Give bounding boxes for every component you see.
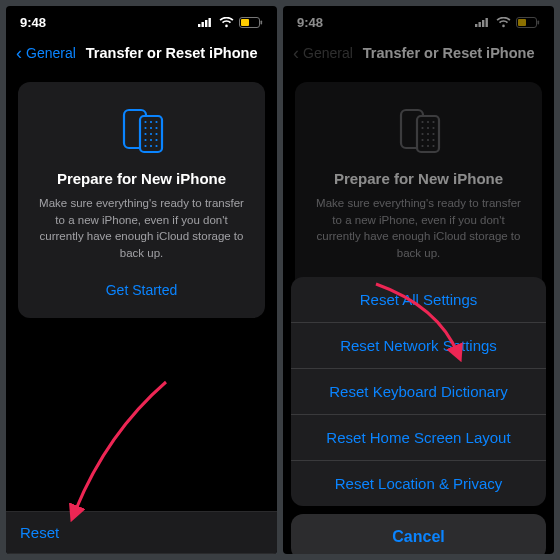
status-indicators xyxy=(198,17,263,28)
reset-keyboard-dictionary-button[interactable]: Reset Keyboard Dictionary xyxy=(291,369,546,415)
phones-icon xyxy=(311,104,526,154)
status-bar: 9:48 xyxy=(6,6,277,38)
svg-rect-3 xyxy=(209,18,211,27)
status-bar: 9:48 xyxy=(283,6,554,38)
svg-point-44 xyxy=(432,139,434,141)
card-body: Make sure everything's ready to transfer… xyxy=(34,195,249,262)
reset-action-sheet: Reset All Settings Reset Network Setting… xyxy=(283,277,554,554)
svg-rect-25 xyxy=(479,22,481,27)
svg-point-41 xyxy=(432,133,434,135)
svg-point-9 xyxy=(144,121,146,123)
status-time: 9:48 xyxy=(297,15,323,30)
svg-rect-26 xyxy=(482,20,484,27)
status-indicators xyxy=(475,17,540,28)
card-heading: Prepare for New iPhone xyxy=(34,170,249,187)
svg-point-12 xyxy=(144,127,146,129)
sheet-options: Reset All Settings Reset Network Setting… xyxy=(291,277,546,506)
svg-rect-0 xyxy=(198,24,200,27)
svg-point-20 xyxy=(155,139,157,141)
svg-point-17 xyxy=(155,133,157,135)
battery-icon xyxy=(239,17,263,28)
signal-icon xyxy=(475,17,491,27)
card-body: Make sure everything's ready to transfer… xyxy=(311,195,526,262)
svg-point-46 xyxy=(426,145,428,147)
svg-rect-27 xyxy=(486,18,488,27)
svg-point-43 xyxy=(426,139,428,141)
signal-icon xyxy=(198,17,214,27)
svg-point-11 xyxy=(155,121,157,123)
prepare-card: Prepare for New iPhone Make sure everyth… xyxy=(18,82,265,318)
wifi-icon xyxy=(496,17,511,28)
chevron-left-icon: ‹ xyxy=(293,44,299,62)
reset-all-settings-button[interactable]: Reset All Settings xyxy=(291,277,546,323)
reset-row[interactable]: Reset xyxy=(6,511,277,554)
screenshot-right: 9:48 ‹ General Transfer or Reset iPhone xyxy=(283,6,554,554)
chevron-left-icon: ‹ xyxy=(16,44,22,62)
svg-point-16 xyxy=(149,133,151,135)
svg-point-33 xyxy=(421,121,423,123)
back-button: ‹ General xyxy=(291,44,355,62)
svg-rect-30 xyxy=(538,20,540,24)
wifi-icon xyxy=(219,17,234,28)
back-button[interactable]: ‹ General xyxy=(14,44,78,62)
svg-point-10 xyxy=(149,121,151,123)
svg-point-15 xyxy=(144,133,146,135)
back-label: General xyxy=(26,45,76,61)
get-started-button[interactable]: Get Started xyxy=(98,278,186,302)
svg-rect-6 xyxy=(261,20,263,24)
reset-network-settings-button[interactable]: Reset Network Settings xyxy=(291,323,546,369)
svg-point-22 xyxy=(149,145,151,147)
cancel-button[interactable]: Cancel xyxy=(291,514,546,554)
page-title: Transfer or Reset iPhone xyxy=(86,45,258,61)
reset-home-screen-layout-button[interactable]: Reset Home Screen Layout xyxy=(291,415,546,461)
svg-rect-24 xyxy=(475,24,477,27)
annotation-arrow xyxy=(66,374,176,524)
svg-point-47 xyxy=(432,145,434,147)
svg-rect-2 xyxy=(205,20,207,27)
svg-point-45 xyxy=(421,145,423,147)
svg-point-18 xyxy=(144,139,146,141)
svg-point-13 xyxy=(149,127,151,129)
svg-point-34 xyxy=(426,121,428,123)
battery-icon xyxy=(516,17,540,28)
screenshot-left: 9:48 ‹ General Transfer or Reset iPhone xyxy=(6,6,277,554)
svg-point-21 xyxy=(144,145,146,147)
svg-rect-29 xyxy=(518,19,526,26)
svg-point-37 xyxy=(426,127,428,129)
card-heading: Prepare for New iPhone xyxy=(311,170,526,187)
status-time: 9:48 xyxy=(20,15,46,30)
svg-rect-5 xyxy=(241,19,249,26)
svg-point-19 xyxy=(149,139,151,141)
svg-point-23 xyxy=(155,145,157,147)
svg-point-38 xyxy=(432,127,434,129)
svg-point-40 xyxy=(426,133,428,135)
svg-point-39 xyxy=(421,133,423,135)
svg-point-42 xyxy=(421,139,423,141)
nav-bar: ‹ General Transfer or Reset iPhone xyxy=(283,38,554,68)
svg-point-36 xyxy=(421,127,423,129)
back-label: General xyxy=(303,45,353,61)
nav-bar: ‹ General Transfer or Reset iPhone xyxy=(6,38,277,68)
page-title: Transfer or Reset iPhone xyxy=(363,45,535,61)
svg-rect-1 xyxy=(202,22,204,27)
reset-location-privacy-button[interactable]: Reset Location & Privacy xyxy=(291,461,546,506)
svg-point-35 xyxy=(432,121,434,123)
phones-icon xyxy=(34,104,249,154)
svg-point-14 xyxy=(155,127,157,129)
